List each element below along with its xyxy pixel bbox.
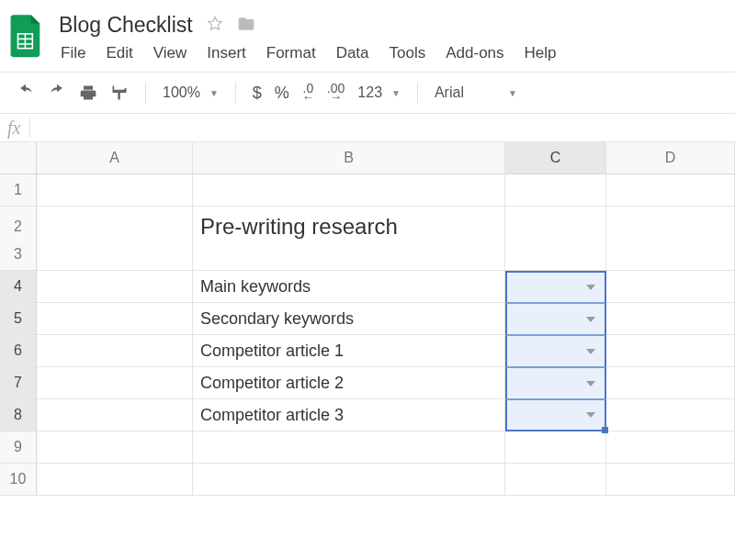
- cell-A6[interactable]: [37, 335, 193, 367]
- row-header-9[interactable]: 9: [0, 431, 37, 464]
- zoom-value: 100%: [163, 84, 200, 101]
- menu-bar: File Edit View Insert Format Data Tools …: [59, 39, 559, 70]
- toolbar: 100% ▼ $ % .0← .00→ 123 ▼ Arial ▼: [0, 73, 735, 113]
- col-header-D[interactable]: D: [606, 142, 735, 174]
- menu-insert[interactable]: Insert: [207, 44, 246, 62]
- row-header-6[interactable]: 6: [0, 335, 37, 367]
- menu-edit[interactable]: Edit: [106, 44, 132, 62]
- cell-D4[interactable]: [606, 271, 735, 303]
- undo-icon[interactable]: [17, 84, 35, 102]
- menu-view[interactable]: View: [153, 44, 187, 62]
- chevron-down-icon: [586, 381, 595, 386]
- number-format-dropdown[interactable]: 123 ▼: [357, 84, 401, 101]
- row-header-5[interactable]: 5: [0, 303, 37, 335]
- cell-B4[interactable]: Main keywords: [193, 271, 505, 303]
- col-header-A[interactable]: A: [37, 142, 193, 174]
- increase-decimal-button[interactable]: .00→: [327, 84, 345, 101]
- cell-D3[interactable]: [606, 239, 735, 271]
- fx-separator: [29, 118, 30, 138]
- menu-tools[interactable]: Tools: [390, 44, 426, 62]
- font-dropdown[interactable]: Arial ▼: [435, 84, 517, 101]
- row-header-10[interactable]: 10: [0, 464, 37, 496]
- cell-B6[interactable]: Competitor article 1: [193, 335, 505, 367]
- cell-A1[interactable]: [37, 174, 193, 207]
- decrease-decimal-button[interactable]: .0←: [302, 84, 314, 101]
- fx-label: fx: [7, 118, 20, 139]
- cell-C3[interactable]: [505, 239, 606, 271]
- toolbar-separator: [145, 82, 146, 104]
- menu-file[interactable]: File: [61, 44, 85, 62]
- chevron-down-icon: [586, 317, 595, 322]
- cell-D10[interactable]: [606, 464, 735, 496]
- menu-format[interactable]: Format: [266, 44, 316, 62]
- formula-bar[interactable]: fx: [0, 113, 735, 142]
- row-header-7[interactable]: 7: [0, 367, 37, 399]
- chevron-down-icon: ▼: [508, 88, 517, 98]
- row-header-8[interactable]: 8: [0, 399, 37, 431]
- cell-A10[interactable]: [37, 464, 193, 496]
- cell-B1[interactable]: [193, 174, 505, 207]
- cell-D6[interactable]: [606, 335, 735, 367]
- cell-A9[interactable]: [37, 431, 193, 464]
- cell-C5-dropdown[interactable]: [505, 303, 606, 335]
- col-header-B[interactable]: B: [193, 142, 505, 174]
- cell-D9[interactable]: [606, 431, 735, 464]
- row-header-3[interactable]: 3: [0, 239, 37, 271]
- spreadsheet-grid[interactable]: A B C D 1 2 Pre-writing research 3 4 Mai…: [0, 142, 735, 496]
- chevron-down-icon: ▼: [209, 88, 219, 98]
- cell-D5[interactable]: [606, 303, 735, 335]
- menu-addons[interactable]: Add-ons: [446, 44, 503, 62]
- document-title[interactable]: Blog Checklist: [59, 13, 193, 38]
- move-folder-icon[interactable]: [237, 15, 255, 36]
- selection-handle[interactable]: [602, 427, 608, 433]
- cell-B10[interactable]: [193, 464, 505, 496]
- cell-B5[interactable]: Secondary keywords: [193, 303, 505, 335]
- cell-D8[interactable]: [606, 399, 735, 431]
- cell-C8-dropdown[interactable]: [505, 399, 606, 431]
- chevron-down-icon: [586, 412, 595, 418]
- cell-B8[interactable]: Competitor article 3: [193, 399, 505, 431]
- currency-format-button[interactable]: $: [253, 84, 262, 103]
- cell-A8[interactable]: [37, 399, 193, 431]
- toolbar-separator: [417, 82, 418, 104]
- cell-A3[interactable]: [37, 239, 193, 271]
- cell-B7[interactable]: Competitor article 2: [193, 367, 505, 399]
- select-all-corner[interactable]: [0, 142, 37, 174]
- cell-A4[interactable]: [37, 271, 193, 303]
- cell-C7-dropdown[interactable]: [505, 367, 606, 399]
- menu-data[interactable]: Data: [336, 44, 369, 62]
- cell-C6-dropdown[interactable]: [505, 335, 606, 367]
- cell-C9[interactable]: [505, 431, 606, 464]
- cell-C1[interactable]: [505, 174, 606, 207]
- redo-icon[interactable]: [48, 84, 66, 102]
- row-header-4[interactable]: 4: [0, 271, 37, 303]
- chevron-down-icon: ▼: [391, 88, 401, 98]
- cell-D1[interactable]: [606, 174, 735, 207]
- print-icon[interactable]: [79, 84, 97, 102]
- paint-format-icon[interactable]: [110, 84, 129, 102]
- cell-B9[interactable]: [193, 431, 505, 464]
- cell-C4-dropdown[interactable]: [505, 271, 606, 303]
- cell-D7[interactable]: [606, 367, 735, 399]
- cell-B3[interactable]: [193, 239, 505, 271]
- menu-help[interactable]: Help: [525, 44, 557, 62]
- cell-A7[interactable]: [37, 367, 193, 399]
- title-area: Blog Checklist File Edit View Insert For…: [0, 0, 735, 72]
- col-header-C[interactable]: C: [505, 142, 606, 174]
- chevron-down-icon: [586, 285, 595, 290]
- chevron-down-icon: [586, 349, 595, 354]
- row-header-1[interactable]: 1: [0, 174, 37, 207]
- zoom-dropdown[interactable]: 100% ▼: [163, 84, 219, 101]
- cell-A5[interactable]: [37, 303, 193, 335]
- toolbar-separator: [235, 82, 236, 104]
- sheets-logo[interactable]: [7, 11, 46, 62]
- percent-format-button[interactable]: %: [275, 84, 289, 103]
- star-icon[interactable]: [206, 15, 224, 36]
- cell-C10[interactable]: [505, 464, 606, 496]
